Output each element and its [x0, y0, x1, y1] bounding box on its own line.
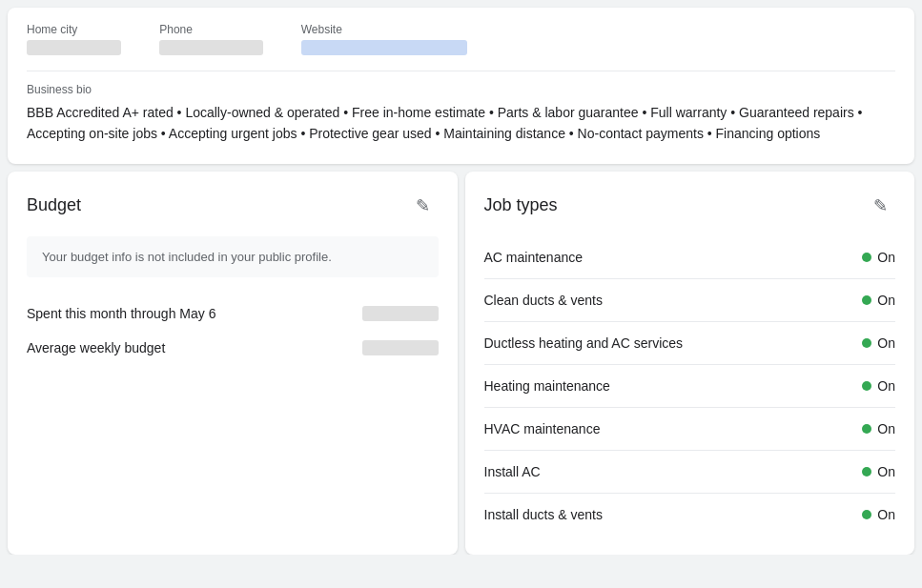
website-field: Website http://██████████████ [301, 23, 467, 55]
average-value [362, 340, 439, 355]
budget-edit-button[interactable]: ✎ [408, 191, 439, 221]
status-text: On [877, 335, 895, 351]
job-types-list: AC maintenanceOnClean ducts & ventsOnDuc… [484, 236, 896, 536]
status-dot-icon [862, 467, 871, 476]
business-bio-label: Business bio [27, 83, 895, 96]
budget-panel-title: Budget [27, 195, 81, 215]
business-bio-section: Business bio BBB Accredited A+ rated • L… [27, 83, 895, 145]
job-type-name: Install AC [484, 464, 541, 479]
job-status: On [862, 507, 895, 522]
job-status: On [862, 464, 895, 479]
job-type-row[interactable]: Install ACOn [484, 451, 896, 494]
website-label: Website [301, 23, 467, 36]
average-weekly-row: Average weekly budget [27, 331, 439, 365]
average-label: Average weekly budget [27, 340, 165, 355]
status-text: On [877, 507, 895, 522]
job-type-name: Ductless heating and AC services [484, 335, 684, 351]
status-text: On [877, 293, 895, 308]
job-status: On [862, 421, 895, 436]
job-status: On [862, 293, 895, 308]
home-city-field: Home city ██████████ [27, 23, 121, 55]
job-type-row[interactable]: AC maintenanceOn [484, 236, 896, 279]
job-types-edit-button[interactable]: ✎ [865, 191, 895, 221]
status-dot-icon [862, 381, 871, 391]
divider [27, 71, 895, 71]
job-types-panel: Job types ✎ AC maintenanceOnClean ducts … [465, 172, 915, 555]
status-text: On [877, 464, 895, 479]
pencil-icon: ✎ [873, 195, 888, 216]
spent-label: Spent this month through May 6 [27, 306, 215, 321]
job-type-name: HVAC maintenance [484, 421, 601, 436]
budget-panel-header: Budget ✎ [27, 191, 439, 221]
job-types-panel-header: Job types ✎ [484, 191, 896, 221]
job-type-row[interactable]: Clean ducts & ventsOn [484, 279, 896, 322]
job-type-name: Install ducts & vents [484, 507, 604, 522]
status-text: On [877, 378, 895, 394]
budget-panel: Budget ✎ Your budget info is not include… [8, 172, 458, 555]
job-type-row[interactable]: Install ducts & ventsOn [484, 494, 896, 536]
job-type-row[interactable]: HVAC maintenanceOn [484, 408, 896, 451]
status-dot-icon [862, 424, 871, 434]
status-dot-icon [862, 253, 871, 262]
status-dot-icon [862, 295, 871, 305]
top-info-card: Home city ██████████ Phone ███-███-████ … [8, 8, 914, 164]
job-type-row[interactable]: Ductless heating and AC servicesOn [484, 322, 896, 365]
job-status: On [862, 250, 895, 265]
top-fields: Home city ██████████ Phone ███-███-████ … [27, 23, 895, 55]
job-types-panel-title: Job types [484, 195, 558, 215]
spent-this-month-row: Spent this month through May 6 [27, 296, 439, 331]
phone-value: ███-███-████ [159, 40, 263, 55]
phone-field: Phone ███-███-████ [159, 23, 263, 55]
pencil-icon: ✎ [416, 195, 430, 216]
job-type-name: AC maintenance [484, 250, 584, 265]
status-text: On [877, 250, 895, 265]
job-type-name: Heating maintenance [484, 378, 610, 394]
job-type-name: Clean ducts & vents [484, 293, 604, 308]
status-text: On [877, 421, 895, 436]
business-bio-text: BBB Accredited A+ rated • Locally-owned … [27, 102, 895, 145]
home-city-label: Home city [27, 23, 121, 36]
home-city-value: ██████████ [27, 40, 121, 55]
job-status: On [862, 335, 895, 351]
phone-label: Phone [159, 23, 263, 36]
budget-notice: Your budget info is not included in your… [27, 236, 439, 277]
status-dot-icon [862, 338, 871, 348]
bottom-row: Budget ✎ Your budget info is not include… [8, 172, 914, 555]
website-value[interactable]: http://██████████████ [301, 40, 467, 55]
spent-value [362, 306, 439, 321]
status-dot-icon [862, 510, 871, 519]
job-status: On [862, 378, 895, 394]
job-type-row[interactable]: Heating maintenanceOn [484, 365, 896, 408]
